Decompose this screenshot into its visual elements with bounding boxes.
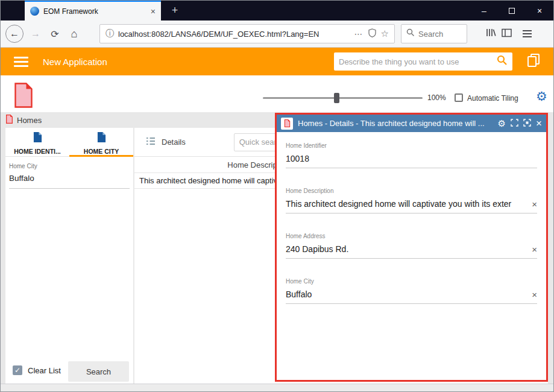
- window-close-button[interactable]: ×: [526, 1, 553, 21]
- browser-navbar: ← → ⟳ ⌂ ⓘ localhost:8082/LANSA6/DEM/UF_O…: [1, 21, 553, 48]
- clear-icon[interactable]: ×: [532, 245, 537, 254]
- browser-tab[interactable]: EOM Framework ×: [25, 1, 161, 21]
- clear-icon[interactable]: ×: [532, 290, 537, 299]
- url-bar[interactable]: ⓘ localhost:8082/LANSA6/DEM/UF_OEXEC.htm…: [99, 24, 395, 43]
- browser-window: EOM Framework × + – × ← → ⟳ ⌂ ⓘ localhos…: [0, 0, 554, 392]
- maximize-icon: [509, 8, 515, 14]
- workspace: Homes HOME IDENTI... HOME CITY: [1, 112, 553, 384]
- home-city-search-field: Home City Buffalo: [9, 163, 130, 189]
- clear-icon[interactable]: ×: [532, 200, 537, 209]
- field-label: Home City: [9, 163, 130, 169]
- dialog-header[interactable]: Homes - Details - This architect designe…: [277, 115, 546, 132]
- clear-list-control: ✓ Clear List: [13, 365, 61, 375]
- field-home-address: Home Address 240 Dapibus Rd. ×: [286, 233, 537, 259]
- app-title: New Application: [43, 57, 107, 67]
- tab-close-icon[interactable]: ×: [151, 7, 156, 16]
- clear-list-checkbox[interactable]: ✓: [13, 365, 22, 375]
- search-field-tabs: HOME IDENTI... HOME CITY: [5, 128, 133, 157]
- tab-favicon-icon: [30, 7, 39, 16]
- field-label: Home Description: [286, 188, 537, 194]
- bookmark-star-icon[interactable]: ☆: [381, 28, 389, 39]
- browser-search-box[interactable]: [401, 24, 467, 43]
- forward-button[interactable]: →: [27, 28, 44, 39]
- back-button[interactable]: ←: [5, 25, 24, 43]
- search-panel: HOME IDENTI... HOME CITY Home City Buffa…: [5, 128, 133, 384]
- app-header: New Application: [1, 48, 553, 75]
- dialog-title: Homes - Details - This architect designe…: [298, 119, 493, 128]
- automatic-tiling-label: Automatic Tiling: [467, 94, 518, 103]
- app-menu-icon[interactable]: [13, 55, 30, 68]
- tab-home-identifier[interactable]: HOME IDENTI...: [5, 128, 69, 156]
- field-label: Home Address: [286, 233, 537, 239]
- dialog-close-icon[interactable]: ×: [536, 118, 542, 128]
- app-toolbar: 100% Automatic Tiling ⚙: [1, 75, 553, 112]
- library-icon[interactable]: [485, 28, 497, 40]
- tab-label: HOME IDENTI...: [14, 148, 61, 155]
- document-icon: [97, 131, 106, 145]
- reload-button[interactable]: ⟳: [46, 28, 63, 40]
- dialog-maximize-icon[interactable]: [523, 118, 531, 129]
- url-text[interactable]: localhost:8082/LANSA6/DEM/UF_OEXEC.html?…: [118, 30, 350, 39]
- browser-titlebar: EOM Framework × + – ×: [1, 1, 553, 21]
- field-label: Home City: [286, 278, 537, 285]
- dialog-settings-gear-icon[interactable]: ⚙: [498, 119, 506, 128]
- homes-group-label: Homes: [5, 115, 42, 125]
- tab-title: EOM Framework: [43, 7, 146, 16]
- details-dialog: Homes - Details - This architect designe…: [275, 113, 548, 382]
- home-city-input[interactable]: Buffalo: [9, 174, 130, 189]
- automatic-tiling-checkbox[interactable]: [455, 93, 463, 102]
- home-identifier-input[interactable]: 10018: [286, 154, 532, 163]
- site-info-icon[interactable]: ⓘ: [105, 28, 114, 39]
- sidebar-toggle-icon[interactable]: [502, 28, 512, 40]
- document-icon: [33, 131, 42, 145]
- field-home-city: Home City Buffalo ×: [286, 278, 537, 304]
- tab-details[interactable]: Details: [134, 128, 197, 156]
- window-maximize-button[interactable]: [498, 1, 526, 21]
- clear-list-label: Clear List: [28, 366, 61, 375]
- homes-document-icon: [5, 115, 13, 125]
- zoom-slider-thumb[interactable]: [334, 93, 339, 103]
- shield-icon[interactable]: [368, 28, 376, 40]
- browser-search-input[interactable]: [418, 30, 456, 39]
- field-home-description: Home Description This architect designed…: [286, 188, 537, 213]
- status-bar: [1, 384, 553, 392]
- tab-home-city[interactable]: HOME CITY: [69, 128, 133, 156]
- app-search-box[interactable]: [334, 52, 512, 71]
- zoom-value: 100%: [427, 93, 446, 102]
- home-button[interactable]: ⌂: [66, 28, 83, 40]
- homes-group-text: Homes: [17, 116, 42, 125]
- app-search-icon[interactable]: [497, 55, 508, 68]
- field-home-identifier: Home Identifier 10018: [286, 142, 537, 168]
- app-search-input[interactable]: [339, 57, 497, 66]
- browser-menu-icon[interactable]: [520, 28, 534, 40]
- settings-gear-icon[interactable]: ⚙: [536, 90, 547, 103]
- search-button[interactable]: Search: [68, 361, 129, 382]
- dialog-body: Home Identifier 10018 Home Description T…: [277, 132, 546, 380]
- dialog-restore-icon[interactable]: [511, 118, 518, 129]
- zoom-slider[interactable]: [263, 97, 423, 99]
- details-form-icon: [145, 136, 156, 148]
- field-label: Home Identifier: [286, 142, 537, 149]
- home-description-input[interactable]: This architect designed home will captiv…: [286, 199, 527, 209]
- dialog-document-icon: [281, 118, 293, 130]
- details-tab-label: Details: [162, 138, 186, 147]
- page-actions-icon[interactable]: ⋯: [354, 29, 364, 39]
- search-icon: [406, 28, 415, 39]
- home-city-input[interactable]: Buffalo: [286, 289, 527, 299]
- tab-label: HOME CITY: [84, 148, 119, 155]
- apps-stack-icon[interactable]: [526, 52, 541, 71]
- application-document-icon[interactable]: [13, 83, 34, 110]
- window-minimize-button[interactable]: –: [470, 1, 498, 21]
- new-tab-button[interactable]: +: [165, 1, 185, 21]
- home-address-input[interactable]: 240 Dapibus Rd.: [286, 244, 527, 254]
